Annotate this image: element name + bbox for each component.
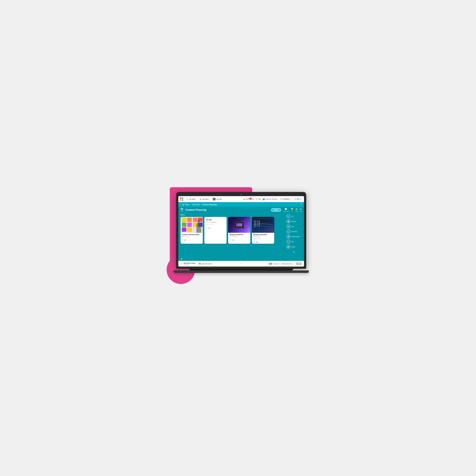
search-icon: 🔍	[280, 198, 283, 200]
todo-like-icon[interactable]: ♡	[211, 227, 213, 229]
laptop-hinge	[189, 269, 293, 270]
wi-link-icon[interactable]: 🔗	[253, 241, 255, 243]
breadcrumb-internship[interactable]: Internship	[192, 204, 200, 205]
at-icon: @	[295, 198, 297, 200]
wi-comment-icon[interactable]: 💬	[256, 241, 258, 243]
globe-icon: 🌐	[297, 198, 299, 200]
content-header: menu Content Planning share 💬 comments 💡…	[178, 207, 304, 213]
my-feed-tab[interactable]: 📡 my feed	[198, 198, 209, 201]
keywords-icon: ⌨	[269, 262, 272, 265]
my-info-label: my info	[216, 198, 222, 200]
laptop-bottom	[176, 268, 306, 269]
breadcrumb-home[interactable]: 🏠 Home	[182, 204, 189, 206]
laptop-base	[174, 270, 309, 273]
back-button[interactable]: ‹	[180, 203, 181, 206]
logo[interactable]	[180, 197, 183, 201]
top-nav: 🗂 my stuff 📡 my feed 👤 my info	[178, 196, 304, 202]
wi-like-icon[interactable]: ♡	[259, 241, 260, 243]
comments-btn[interactable]: 💬 comments	[283, 208, 289, 212]
card-content-calendar-actions: ⊞ 💬 ♡ ↑	[181, 238, 203, 242]
sort-btn[interactable]: ⇅ sort	[300, 208, 302, 212]
laptop: 🗂 my stuff 📡 my feed 👤 my info	[176, 192, 306, 273]
link-label: link	[291, 241, 294, 243]
laptop-shape-icon	[235, 222, 244, 228]
bell-icon: 🔔	[243, 198, 245, 200]
file-doc-icon: 📋	[287, 220, 290, 223]
logo-dot-1	[180, 197, 181, 199]
save-results-btn[interactable]: 💾 save all results	[197, 262, 213, 265]
breadcrumb-sep-1: ›	[190, 204, 191, 206]
user-avatar: 👤	[213, 198, 216, 201]
rewards-icon: 👥	[263, 198, 265, 200]
save-icon: 💾	[199, 263, 201, 265]
bottom-bar: ☀ discover more 2 results 💾 save all res…	[178, 261, 304, 267]
todo-date: Apr 22, 2022	[206, 223, 225, 225]
search-input[interactable]	[283, 198, 294, 200]
roll-icon: ⊙	[287, 214, 290, 218]
laptop-bezel: 🗂 my stuff 📡 my feed 👤 my info	[176, 192, 306, 268]
todo-share-icon[interactable]: ↑	[214, 227, 214, 229]
notifications-btn[interactable]: 🔔 2 notifications	[243, 198, 254, 200]
collapse-button[interactable]: ⌃	[240, 263, 242, 265]
my-stuff-label: my stuff	[189, 198, 195, 200]
share-button[interactable]: share	[271, 208, 281, 212]
wg-comment-icon[interactable]: 💬	[232, 239, 234, 241]
add-link[interactable]: 🔗 link	[286, 239, 302, 244]
delete-icon[interactable]: 🗑	[181, 258, 183, 260]
wg-like-icon[interactable]: ♡	[235, 239, 237, 241]
my-info-tab[interactable]: 👤 my info	[212, 197, 223, 201]
keywords-input[interactable]	[280, 262, 296, 265]
my-stuff-tab[interactable]: 🗂 my stuff	[186, 198, 196, 201]
add-file-doc[interactable]: 📋 file/doc	[286, 219, 302, 224]
comment-icon[interactable]: 💬	[184, 239, 186, 241]
card-writing-guidelines-body: Writing Guidelines Sep 18, 2019	[228, 233, 250, 238]
card-writing-inspiration: Writing Inspiration pdf995.com Sep 18, 2…	[252, 217, 274, 244]
todo-check-icon[interactable]: ☑	[206, 227, 207, 229]
like-icon[interactable]: ♡	[187, 239, 188, 241]
add-keyword-button[interactable]: add	[296, 262, 302, 265]
card-writing-inspiration-body: Writing Inspiration pdf995.com Sep 18, 2…	[252, 233, 274, 240]
keywords-input-wrap: add	[280, 262, 302, 265]
sort-icon: ⇅	[300, 208, 302, 210]
search-bar[interactable]: 🔍 @ 🌐 ▼	[279, 198, 302, 201]
add-note[interactable]: 🖥 note	[286, 224, 302, 229]
wg-pdf-icon[interactable]: 📄	[229, 239, 231, 241]
rewards-label: rewards referrals	[265, 198, 277, 200]
card-writing-inspiration-link[interactable]: pdf995.com	[253, 236, 273, 237]
add-folder[interactable]: 📁 folder	[286, 244, 302, 249]
save-label: save all results	[201, 263, 212, 265]
scene: 🗂 my stuff 📡 my feed 👤 my info	[167, 183, 309, 293]
help-label: help	[258, 198, 261, 200]
wi-share-icon[interactable]: ↑	[261, 241, 262, 243]
todo-title: To Do	[206, 219, 225, 221]
menu-button[interactable]: menu	[181, 208, 184, 212]
help-btn[interactable]: ❓ help	[255, 198, 261, 200]
rewards-btn[interactable]: 👥 rewards referrals	[263, 198, 277, 200]
file-doc-label: file/doc	[291, 221, 296, 222]
roll-label: roll	[291, 216, 293, 217]
card-content-calendar-title: Content Calendar Ideas	[182, 234, 202, 236]
on-btn[interactable]: 💡 on	[291, 208, 293, 212]
feed-icon: 📡	[199, 198, 202, 200]
color-dots	[300, 203, 302, 206]
add-checklist[interactable]: ☑ checklist	[286, 229, 302, 234]
logo-dot-2	[182, 197, 183, 199]
sticky-notes-image	[181, 217, 203, 233]
add-image-video[interactable]: 🖼 image/video	[286, 234, 302, 239]
card-todo: To Do 0 of 3 completed Apr 22, 2022 ☑ 💬 …	[204, 217, 227, 244]
card-writing-guidelines-actions: 📄 💬 ♡ ↑	[228, 238, 250, 242]
view-btn[interactable]: ⊞ view	[295, 208, 298, 212]
close-add-panel[interactable]: ✕	[286, 250, 302, 254]
todo-comment-icon[interactable]: 💬	[208, 227, 210, 229]
close-icon: ✕	[293, 251, 295, 254]
card-content-calendar-body: Content Calendar Ideas Sep 18, 2019	[181, 233, 203, 238]
todo-actions: ☑ 💬 ♡ ↑	[206, 226, 225, 229]
main-content: items	[178, 213, 304, 257]
add-roll[interactable]: ⊙ roll	[286, 214, 302, 219]
save-icon[interactable]: ⊞	[182, 239, 183, 241]
checklist-icon: ☑	[287, 230, 290, 233]
folder-add-icon: 📁	[287, 245, 290, 249]
share-icon[interactable]: ↑	[189, 239, 190, 241]
wg-share-icon[interactable]: ↑	[238, 239, 238, 241]
logo-dot-4	[182, 199, 183, 201]
